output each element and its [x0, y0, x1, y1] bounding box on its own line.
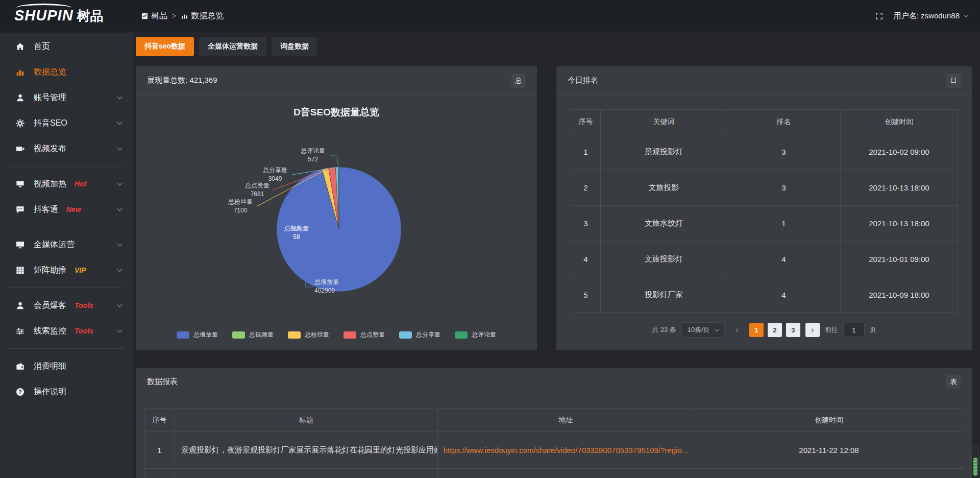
wallet-icon: [15, 362, 25, 371]
legend-swatch: [177, 331, 189, 339]
table-cell: 文旅水纹灯: [601, 206, 727, 242]
chart-square-icon: [141, 12, 149, 20]
sidebar-item-matrix-boost[interactable]: 矩阵助推VIP: [0, 257, 133, 283]
chevron-down-icon: [964, 13, 969, 18]
logo-text-cn: 树品: [77, 7, 104, 25]
sidebar-item-label: 消费明细: [34, 361, 66, 372]
data-report-panel: 数据报表 表 序号标题地址创建时间 1景观投影灯，夜游景观投影灯厂家展示展示落花…: [136, 368, 972, 478]
sidebar-item-label: 抖音SEO: [34, 118, 67, 129]
table-cell: [144, 469, 175, 478]
svg-text:?: ?: [18, 389, 21, 395]
table-row: 3文旅水纹灯12021-10-13 18:00: [571, 206, 958, 242]
sidebar-item-doukertong[interactable]: 抖客通New: [0, 197, 133, 222]
next-page-button[interactable]: ›: [805, 323, 820, 337]
table-view-button[interactable]: 表: [946, 375, 961, 389]
page-button-3[interactable]: 3: [786, 323, 800, 337]
scrollbar-thumb[interactable]: [973, 458, 977, 476]
sidebar-item-overview[interactable]: 数据总览: [0, 59, 133, 85]
help-icon: ?: [15, 387, 25, 397]
breadcrumb-home[interactable]: 树品: [141, 11, 167, 21]
legend-item[interactable]: 总粉丝量: [288, 330, 329, 339]
chevron-down-icon: [117, 146, 122, 151]
video-icon: [15, 144, 25, 154]
breadcrumb: 树品 > 数据总览: [141, 11, 224, 21]
ranking-panel-header: 今日排名 日: [556, 66, 972, 95]
prev-page-button[interactable]: ‹: [730, 323, 744, 337]
pie-label-likes: 总点赞量7681: [240, 181, 274, 199]
tab-media-ops-data[interactable]: 全媒体运营数据: [199, 37, 266, 56]
url-cell: https://www.iesdouyin.com/share/video/70…: [438, 432, 694, 469]
impressions-total-label: 展现量总数: 421,369: [147, 76, 217, 85]
chat-icon: [15, 205, 25, 214]
breadcrumb-current: 数据总览: [181, 11, 224, 21]
seo-panel-header: 展现量总数: 421,369 总: [136, 66, 537, 95]
chevron-down-icon: [714, 327, 719, 332]
column-header: 关键词: [601, 110, 727, 134]
report-panel-header: 数据报表 表: [136, 368, 972, 396]
legend-label: 总评论量: [472, 330, 496, 339]
legend-swatch: [399, 331, 412, 339]
ranking-table-area: 序号关键词排名创建时间 1景观投影灯32021-10-02 09:002文旅投影…: [556, 95, 972, 338]
logo-text: SHUPIN: [14, 7, 74, 24]
sidebar-item-label: 账号管理: [34, 92, 66, 103]
total-view-button[interactable]: 总: [511, 74, 526, 88]
chevron-down-icon: [117, 242, 122, 247]
label-line: [330, 156, 338, 167]
page-button-1[interactable]: 1: [749, 323, 764, 337]
page-buttons: 123: [749, 323, 800, 337]
breadcrumb-home-label: 树品: [151, 11, 167, 21]
page-button-2[interactable]: 2: [768, 323, 782, 337]
app-logo: SHUPIN 树品: [0, 7, 133, 25]
legend-item[interactable]: 总视频量: [232, 330, 274, 339]
table-row: 1景观投影灯，夜游景观投影灯厂家展示展示落花灯在花园里的灯光投影应用效果 #ht…: [144, 432, 964, 469]
scrollbar[interactable]: [971, 445, 979, 478]
sidebar-item-help[interactable]: ?操作说明: [0, 379, 133, 404]
sidebar-item-media-ops[interactable]: 全媒体运营: [0, 232, 133, 257]
pagination: 共 23 条 10条/页 ‹ 123 › 前往 页: [571, 322, 958, 338]
sidebar-item-expense-detail[interactable]: 消费明细: [0, 353, 133, 379]
report-link[interactable]: https://www.iesdouyin.com/share/video/70…: [444, 446, 689, 455]
sidebar-item-video-publish[interactable]: 视频发布: [0, 136, 133, 161]
breadcrumb-current-label: 数据总览: [191, 11, 224, 21]
table-cell: 1: [727, 206, 841, 242]
table-cell: 2021-10-01 09:00: [841, 242, 958, 277]
sidebar-item-home[interactable]: 首页: [0, 34, 133, 59]
sidebar-item-badge: Tools: [75, 301, 93, 309]
sidebar-item-label: 矩阵助推: [34, 265, 66, 276]
gear-icon: [15, 118, 25, 128]
table-cell: 4: [727, 242, 841, 277]
sidebar-item-douyin-seo[interactable]: 抖音SEO: [0, 110, 133, 136]
tab-inquiry-data[interactable]: 询盘数据: [272, 37, 317, 56]
sidebar-item-account[interactable]: 账号管理: [0, 85, 133, 110]
table-cell: 3: [727, 134, 841, 170]
column-header: 创建时间: [841, 110, 958, 134]
goto-page-input[interactable]: [843, 323, 865, 337]
sidebar-item-badge: Tools: [75, 327, 93, 335]
chart-icon: [15, 67, 25, 77]
legend-item[interactable]: 总评论量: [455, 330, 496, 339]
user-menu[interactable]: 用户名: zswodun88: [894, 11, 968, 21]
legend-label: 总分享量: [416, 330, 440, 339]
legend-label: 总视频量: [249, 330, 274, 339]
legend-item[interactable]: 总分享量: [399, 330, 440, 339]
monitor-icon: [15, 240, 25, 250]
sidebar-item-video-heat[interactable]: 视频加热Hot: [0, 171, 133, 197]
sidebar-item-label: 视频加热: [34, 179, 66, 189]
table-cell: 2: [571, 170, 601, 206]
legend-item[interactable]: 总播放量: [177, 330, 218, 339]
legend-swatch: [455, 331, 468, 339]
table-cell: 1: [571, 134, 601, 170]
table-cell: 1: [144, 432, 175, 469]
legend-item[interactable]: 总点赞量: [344, 330, 385, 339]
sidebar-item-member-baoke[interactable]: 会员爆客Tools: [0, 293, 133, 318]
table-header-row: 序号关键词排名创建时间: [571, 110, 958, 134]
table-row: 4文旅投影灯42021-10-01 09:00: [571, 242, 958, 277]
day-view-button[interactable]: 日: [946, 74, 961, 88]
page-size-select[interactable]: 10条/页: [681, 322, 725, 338]
fullscreen-icon[interactable]: [875, 12, 884, 20]
table-header-row: 序号标题地址创建时间: [144, 409, 964, 432]
sidebar-item-clue-monitor[interactable]: 线索监控Tools: [0, 318, 133, 344]
data-tabs: 抖音seo数据全媒体运营数据询盘数据: [136, 37, 317, 56]
pie-label-plays: 总播放量402909: [314, 278, 348, 295]
tab-douyin-seo-data[interactable]: 抖音seo数据: [136, 37, 194, 56]
